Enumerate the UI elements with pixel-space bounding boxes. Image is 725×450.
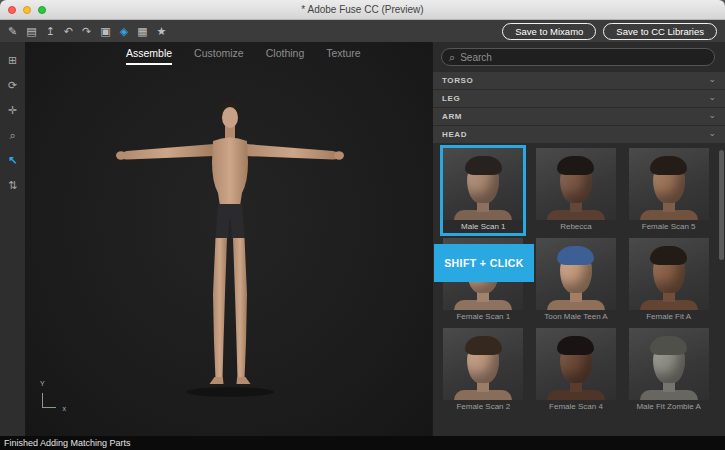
minimize-button[interactable] bbox=[23, 6, 31, 14]
section-torso-label: TORSO bbox=[442, 76, 473, 85]
head-item-label: Female Scan 2 bbox=[443, 402, 523, 413]
section-head[interactable]: HEAD ⌄ bbox=[433, 126, 725, 143]
scrollbar-thumb[interactable] bbox=[719, 150, 724, 260]
package-icon[interactable]: ▣ bbox=[100, 20, 110, 42]
head-item-female-scan-4[interactable]: Female Scan 4 bbox=[536, 328, 616, 413]
status-bar: Finished Adding Matching Parts bbox=[0, 436, 725, 450]
chevron-down-icon: ⌄ bbox=[708, 128, 716, 138]
save-to-mixamo-button[interactable]: Save to Mixamo bbox=[502, 23, 596, 40]
head-thumbnail bbox=[536, 328, 616, 400]
head-item-label: Male Fit Zombie A bbox=[629, 402, 709, 413]
head-item-label: Female Fit A bbox=[629, 312, 709, 323]
shift-click-tooltip: SHIFT + CLICK bbox=[434, 244, 534, 282]
redo-icon[interactable]: ↷ bbox=[82, 20, 91, 42]
search-box[interactable]: ⌕ bbox=[441, 48, 715, 66]
select-tool-icon[interactable]: ↖ bbox=[8, 154, 17, 167]
camera-frame-tool-icon[interactable]: ⊞ bbox=[8, 54, 17, 67]
head-item-male-scan-1[interactable]: Male Scan 1 bbox=[443, 148, 523, 233]
section-arm-label: ARM bbox=[442, 112, 462, 121]
panel-scrollbar[interactable] bbox=[719, 146, 724, 432]
export-icon[interactable]: ↥ bbox=[46, 20, 55, 42]
character-model[interactable] bbox=[26, 42, 432, 436]
toolbar-icon-group: ✎ ▤ ↥ ↶ ↷ ▣ ◈ ▦ ★ bbox=[0, 20, 166, 42]
window-title: * Adobe Fuse CC (Preview) bbox=[0, 0, 725, 19]
chevron-down-icon: ⌄ bbox=[708, 92, 716, 102]
section-leg-label: LEG bbox=[442, 94, 460, 103]
orbit-tool-icon[interactable]: ⟳ bbox=[8, 79, 17, 92]
axis-y-line bbox=[42, 393, 43, 408]
traffic-lights bbox=[8, 6, 46, 14]
parts-panel: ⌕ TORSO ⌄ LEG ⌄ ARM ⌄ HEAD ⌄ bbox=[432, 42, 725, 436]
head-item-rebecca[interactable]: Rebecca bbox=[536, 148, 616, 233]
search-input[interactable] bbox=[460, 52, 707, 63]
library-icon[interactable]: ▦ bbox=[137, 20, 147, 42]
axis-x-label: x bbox=[63, 405, 67, 412]
viewport-3d[interactable]: Assemble Customize Clothing Texture bbox=[26, 42, 432, 436]
favorites-star-icon[interactable]: ★ bbox=[157, 20, 167, 42]
titlebar: * Adobe Fuse CC (Preview) bbox=[0, 0, 725, 20]
section-leg[interactable]: LEG ⌄ bbox=[433, 90, 725, 107]
section-arm[interactable]: ARM ⌄ bbox=[433, 108, 725, 125]
close-button[interactable] bbox=[8, 6, 16, 14]
head-item-female-scan-5[interactable]: Female Scan 5 bbox=[629, 148, 709, 233]
pan-tool-icon[interactable]: ✛ bbox=[8, 104, 17, 117]
toolbar-button-group: Save to Mixamo Save to CC Libraries bbox=[502, 23, 725, 40]
head-thumbnail bbox=[629, 238, 709, 310]
fullscreen-button[interactable] bbox=[38, 6, 46, 14]
head-thumbnail bbox=[629, 148, 709, 220]
head-item-female-fit-a[interactable]: Female Fit A bbox=[629, 238, 709, 323]
sync-icon[interactable]: ◈ bbox=[120, 20, 128, 42]
chevron-down-icon: ⌄ bbox=[708, 74, 716, 84]
main-toolbar: ✎ ▤ ↥ ↶ ↷ ▣ ◈ ▦ ★ Save to Mixamo Save to… bbox=[0, 20, 725, 42]
section-head-label: HEAD bbox=[442, 130, 467, 139]
folder-icon[interactable]: ▤ bbox=[26, 20, 36, 42]
head-thumbnail bbox=[629, 328, 709, 400]
zoom-tool-icon[interactable]: ⌕ bbox=[9, 129, 15, 142]
chevron-down-icon: ⌄ bbox=[708, 110, 716, 120]
head-item-female-scan-2[interactable]: Female Scan 2 bbox=[443, 328, 523, 413]
section-list: TORSO ⌄ LEG ⌄ ARM ⌄ HEAD ⌄ bbox=[433, 72, 725, 144]
head-thumbnail bbox=[536, 148, 616, 220]
undo-icon[interactable]: ↶ bbox=[64, 20, 73, 42]
save-to-cc-libraries-button[interactable]: Save to CC Libraries bbox=[603, 23, 717, 40]
section-torso[interactable]: TORSO ⌄ bbox=[433, 72, 725, 89]
head-item-label: Female Scan 4 bbox=[536, 402, 616, 413]
head-item-label: Toon Male Teen A bbox=[536, 312, 616, 323]
head-item-toon-male-teen-a[interactable]: Toon Male Teen A bbox=[536, 238, 616, 323]
head-thumbnail bbox=[443, 148, 523, 220]
head-thumbnail bbox=[443, 328, 523, 400]
search-icon: ⌕ bbox=[449, 51, 455, 64]
head-item-label: Female Scan 5 bbox=[629, 222, 709, 233]
axis-x-line bbox=[42, 407, 56, 408]
tool-strip: ⊞ ⟳ ✛ ⌕ ↖ ⇅ bbox=[0, 42, 26, 436]
head-item-label: Female Scan 1 bbox=[443, 312, 523, 323]
brush-icon[interactable]: ✎ bbox=[8, 20, 17, 42]
axis-gizmo: Y x bbox=[42, 384, 64, 408]
head-item-label: Rebecca bbox=[536, 222, 616, 233]
pose-tool-icon[interactable]: ⇅ bbox=[8, 179, 17, 192]
axis-y-label: Y bbox=[40, 380, 45, 387]
head-thumbnail bbox=[536, 238, 616, 310]
app-window: * Adobe Fuse CC (Preview) ✎ ▤ ↥ ↶ ↷ ▣ ◈ … bbox=[0, 0, 725, 450]
status-text: Finished Adding Matching Parts bbox=[4, 438, 131, 448]
head-item-male-fit-zombie-a[interactable]: Male Fit Zombie A bbox=[629, 328, 709, 413]
head-item-label: Male Scan 1 bbox=[443, 222, 523, 233]
